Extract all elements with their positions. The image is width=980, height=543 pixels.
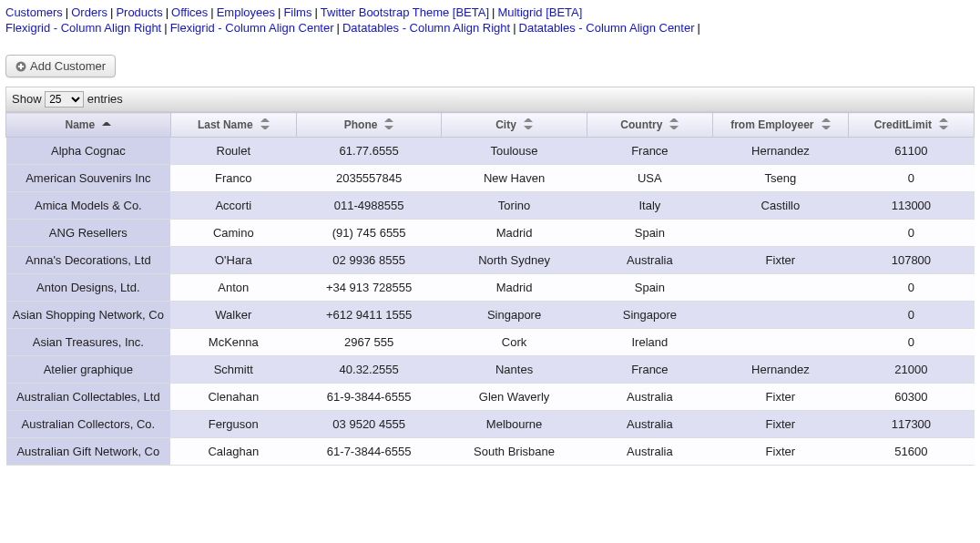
cell-credit: 0	[848, 274, 974, 302]
cell-credit: 0	[848, 165, 974, 192]
cell-phone: +34 913 728555	[296, 274, 441, 302]
cell-country: Singapore	[587, 302, 712, 329]
cell-credit: 107800	[848, 247, 974, 274]
length-suffix: entries	[87, 92, 123, 106]
cell-name: American Souvenirs Inc	[6, 165, 171, 192]
cell-last: Ferguson	[170, 411, 296, 438]
table-row[interactable]: ANG ResellersCamino(91) 745 6555MadridSp…	[6, 220, 975, 247]
nav-link[interactable]: Datatables - Column Align Center	[519, 21, 695, 35]
cell-country: France	[587, 138, 712, 165]
column-header[interactable]: Phone	[296, 113, 441, 138]
nav-link[interactable]: Orders	[71, 5, 107, 19]
sort-icon	[260, 118, 270, 129]
cell-emp: Fixter	[712, 411, 848, 438]
nav-link[interactable]: Twitter Bootstrap Theme [BETA]	[321, 5, 489, 19]
cell-country: Australia	[587, 384, 712, 411]
nav-link[interactable]: Flexigrid - Column Align Right	[5, 21, 161, 35]
table-row[interactable]: Anna's Decorations, LtdO'Hara02 9936 855…	[6, 247, 975, 274]
nav-link[interactable]: Datatables - Column Align Right	[342, 21, 510, 35]
cell-phone: 2967 555	[296, 329, 441, 356]
sort-icon	[822, 118, 831, 129]
nav-link[interactable]: Products	[116, 5, 162, 19]
sort-icon	[384, 118, 393, 129]
cell-last: Calaghan	[170, 438, 296, 466]
add-customer-label: Add Customer	[30, 59, 106, 73]
cell-emp: Fixter	[712, 384, 848, 411]
cell-last: O'Hara	[170, 247, 296, 274]
cell-country: Spain	[587, 220, 712, 247]
cell-city: Toulouse	[442, 138, 587, 165]
column-header[interactable]: Name	[6, 113, 171, 138]
cell-phone: 02 9936 8555	[296, 247, 441, 274]
cell-phone: 61-7-3844-6555	[296, 438, 441, 466]
plus-icon	[15, 61, 26, 72]
cell-name: Asian Shopping Network, Co	[6, 302, 171, 329]
nav-link[interactable]: Multigrid [BETA]	[497, 5, 582, 19]
cell-country: Australia	[587, 247, 712, 274]
table-row[interactable]: Asian Shopping Network, CoWalker+612 941…	[6, 302, 975, 329]
cell-city: Cork	[442, 329, 587, 356]
nav-link[interactable]: Films	[283, 5, 311, 19]
cell-city: Madrid	[442, 220, 587, 247]
cell-city: Torino	[442, 192, 587, 220]
cell-last: Roulet	[170, 138, 296, 165]
cell-emp	[712, 302, 848, 329]
column-header[interactable]: CreditLimit	[848, 113, 974, 138]
cell-phone: 2035557845	[296, 165, 441, 192]
cell-credit: 60300	[848, 384, 974, 411]
cell-last: Walker	[170, 302, 296, 329]
svg-rect-2	[18, 66, 24, 67]
cell-phone: 011-4988555	[296, 192, 441, 220]
cell-name: Atelier graphique	[6, 356, 171, 384]
cell-emp: Fixter	[712, 247, 848, 274]
table-row[interactable]: Anton Designs, Ltd.Anton+34 913 728555Ma…	[6, 274, 975, 302]
cell-credit: 21000	[848, 356, 974, 384]
cell-credit: 117300	[848, 411, 974, 438]
table-row[interactable]: Amica Models & Co.Accorti011-4988555Tori…	[6, 192, 975, 220]
cell-phone: (91) 745 6555	[296, 220, 441, 247]
table-row[interactable]: Australian Collectables, LtdClenahan61-9…	[6, 384, 975, 411]
cell-emp: Castillo	[712, 192, 848, 220]
cell-country: USA	[587, 165, 712, 192]
length-bar: Show 102550100 entries	[5, 87, 975, 112]
cell-emp	[712, 274, 848, 302]
cell-credit: 51600	[848, 438, 974, 466]
cell-country: Spain	[587, 274, 712, 302]
cell-credit: 113000	[848, 192, 974, 220]
table-row[interactable]: Australian Collectors, Co.Ferguson03 952…	[6, 411, 975, 438]
column-header[interactable]: from Employeer	[712, 113, 848, 138]
cell-last: Franco	[170, 165, 296, 192]
table-row[interactable]: Australian Gift Network, CoCalaghan61-7-…	[6, 438, 975, 466]
table-row[interactable]: American Souvenirs IncFranco2035557845Ne…	[6, 165, 975, 192]
nav-link[interactable]: Employees	[217, 5, 275, 19]
cell-city: Madrid	[442, 274, 587, 302]
nav-link[interactable]: Customers	[5, 5, 63, 19]
cell-last: Accorti	[170, 192, 296, 220]
customers-table: NameLast NamePhoneCityCountryfrom Employ…	[5, 112, 975, 466]
cell-city: Melbourne	[442, 411, 587, 438]
cell-last: Schmitt	[170, 356, 296, 384]
table-header-row: NameLast NamePhoneCityCountryfrom Employ…	[6, 113, 975, 138]
nav-line-2: Flexigrid - Column Align Right|Flexigrid…	[5, 21, 975, 35]
column-header[interactable]: Last Name	[170, 113, 296, 138]
add-customer-button[interactable]: Add Customer	[5, 55, 116, 77]
cell-name: Alpha Cognac	[6, 138, 171, 165]
cell-emp: Hernandez	[712, 356, 848, 384]
table-row[interactable]: Alpha CognacRoulet61.77.6555ToulouseFran…	[6, 138, 975, 165]
cell-country: France	[587, 356, 712, 384]
cell-last: McKenna	[170, 329, 296, 356]
cell-emp: Hernandez	[712, 138, 848, 165]
column-header[interactable]: Country	[587, 113, 712, 138]
table-row[interactable]: Atelier graphiqueSchmitt40.32.2555Nantes…	[6, 356, 975, 384]
cell-city: Singapore	[442, 302, 587, 329]
cell-city: New Haven	[442, 165, 587, 192]
cell-phone: 61-9-3844-6555	[296, 384, 441, 411]
nav-link[interactable]: Flexigrid - Column Align Center	[170, 21, 334, 35]
cell-name: ANG Resellers	[6, 220, 171, 247]
table-row[interactable]: Asian Treasures, Inc.McKenna2967 555Cork…	[6, 329, 975, 356]
column-header[interactable]: City	[442, 113, 587, 138]
cell-name: Asian Treasures, Inc.	[6, 329, 171, 356]
nav-link[interactable]: Offices	[171, 5, 208, 19]
nav-line-1: Customers|Orders|Products|Offices|Employ…	[5, 5, 975, 19]
length-select[interactable]: 102550100	[45, 91, 84, 108]
